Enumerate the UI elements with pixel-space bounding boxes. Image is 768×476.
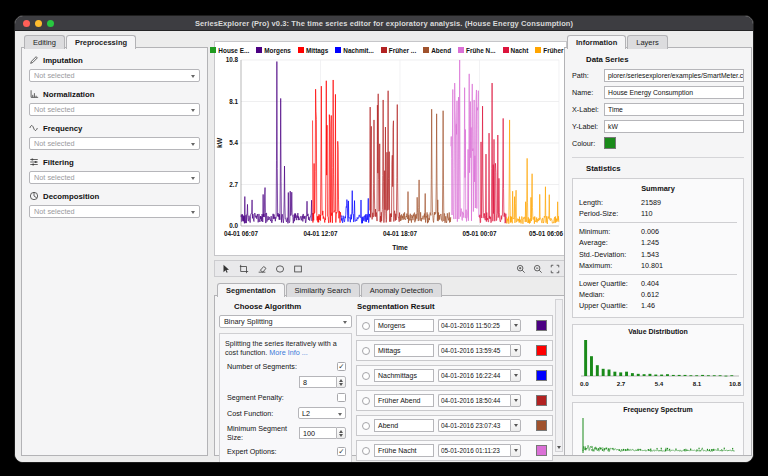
tab-segmentation[interactable]: Segmentation [217, 283, 285, 297]
segment-radio[interactable] [362, 322, 370, 330]
section-imputation: ImputationNot selected [29, 55, 200, 82]
normalization-select[interactable]: Not selected [29, 103, 200, 116]
chart-panel: House E...MorgensMittagsNachmit...Früher… [214, 41, 567, 256]
summary-label: Length: [579, 197, 641, 208]
svg-text:04-01 06:07: 04-01 06:07 [224, 230, 258, 237]
stepper-buttons[interactable] [336, 427, 346, 439]
segment-penalty-checkbox[interactable] [337, 393, 346, 402]
legend-item[interactable]: Nachmit... [335, 47, 374, 54]
maximize-button[interactable] [47, 20, 54, 27]
segment-time-combo[interactable]: 04-01-2016 13:59:45 [438, 344, 521, 357]
algorithm-select[interactable]: Binary Splitting [219, 315, 352, 328]
segment-name-input[interactable]: Nachmittags [374, 369, 434, 382]
stepper-buttons[interactable] [336, 376, 346, 388]
legend-item[interactable]: House E... [210, 47, 249, 54]
more-info-link[interactable]: More Info ... [269, 348, 307, 357]
svg-text:8.1: 8.1 [229, 98, 238, 105]
combo-arrow-icon[interactable] [510, 394, 521, 407]
combo-arrow-icon[interactable] [510, 419, 521, 432]
summary-label: Std.-Deviation: [579, 249, 641, 260]
tab-layers[interactable]: Layers [627, 35, 668, 49]
minimize-button[interactable] [35, 20, 42, 27]
segment-color-swatch[interactable] [536, 320, 547, 331]
filtering-select[interactable]: Not selected [29, 171, 200, 184]
legend-item[interactable]: Mittags [298, 47, 328, 54]
tab-preprocessing[interactable]: Preprocessing [66, 35, 136, 49]
ellipse-select-icon[interactable] [274, 263, 286, 275]
tab-information[interactable]: Information [567, 35, 626, 49]
pointer-icon[interactable] [220, 263, 232, 275]
field-input[interactable]: plorer/seriesexplorer/examples/SmartMete… [604, 69, 744, 82]
segment-radio[interactable] [362, 422, 370, 430]
legend-item[interactable]: Morgens [256, 47, 291, 54]
tab-editing[interactable]: Editing [24, 35, 65, 49]
combo-arrow-icon[interactable] [510, 319, 521, 332]
segment-name-input[interactable]: Mittags [374, 344, 434, 357]
combo-arrow-icon[interactable] [510, 444, 521, 457]
result-scrollbar[interactable] [555, 299, 563, 452]
summary-row: Median:0.612 [579, 289, 737, 300]
segment-name-input[interactable]: Früher Abend [374, 394, 434, 407]
algorithm-description: Splitting the series iteratively with a … [225, 339, 346, 357]
segment-time-combo[interactable]: 04-01-2016 18:50:44 [438, 394, 521, 407]
segment-color-swatch[interactable] [536, 445, 547, 456]
segment-color-swatch[interactable] [536, 420, 547, 431]
segment-name-input[interactable]: Morgens [374, 319, 434, 332]
sliders-icon [29, 157, 39, 167]
scroll-down-button[interactable] [556, 443, 562, 451]
segment-name-input[interactable]: Abend [374, 419, 434, 432]
segment-time-combo[interactable]: 04-01-2016 16:22:44 [438, 369, 521, 382]
legend-item[interactable]: Abend [423, 47, 451, 54]
preprocessing-panel: ImputationNot selectedNormalizationNot s… [21, 47, 208, 456]
frequency-select[interactable]: Not selected [29, 137, 200, 150]
section-normalization: NormalizationNot selected [29, 89, 200, 116]
field-input[interactable]: kW [604, 120, 744, 133]
result-row: Frühe Nacht05-01-2016 01:11:23 [356, 440, 553, 461]
zoom-in-icon[interactable] [515, 263, 527, 275]
legend-item[interactable]: Frühe N... [458, 47, 495, 54]
rect-select-icon[interactable] [292, 263, 304, 275]
data-series-icon [572, 54, 582, 64]
summary-value: 10.801 [641, 260, 663, 271]
segment-color-swatch[interactable] [536, 395, 547, 406]
close-button[interactable] [23, 20, 30, 27]
crop-icon[interactable] [238, 263, 250, 275]
series-colour-swatch[interactable] [604, 137, 616, 149]
pencil-icon [29, 55, 39, 65]
field-input[interactable]: Time [604, 103, 744, 116]
fit-view-icon[interactable] [549, 263, 561, 275]
number-of-segments-checkbox[interactable]: ✓ [337, 362, 346, 371]
number-of-segments-stepper[interactable]: 8 [299, 376, 346, 388]
summary-row: Maximum:10.801 [579, 260, 737, 271]
legend-item[interactable]: Nacht [503, 47, 529, 54]
legend-item[interactable]: Früher ... [381, 47, 416, 54]
summary-row: Lower Quartile:0.404 [579, 278, 737, 289]
segment-color-swatch[interactable] [536, 370, 547, 381]
segment-name-input[interactable]: Frühe Nacht [374, 444, 434, 457]
segment-radio[interactable] [362, 347, 370, 355]
time-series-chart[interactable]: 0.02.75.48.110.8kW04-01 06:0704-01 12:07… [215, 55, 566, 253]
axis-icon [29, 89, 39, 99]
data-series-field: Name:House Energy Consumption [572, 86, 744, 99]
zoom-out-icon[interactable] [532, 263, 544, 275]
summary-label: Lower Quartile: [579, 278, 641, 289]
eraser-icon[interactable] [256, 263, 268, 275]
segment-radio[interactable] [362, 372, 370, 380]
decomposition-select[interactable]: Not selected [29, 205, 200, 218]
combo-arrow-icon[interactable] [510, 344, 521, 357]
segment-time-combo[interactable]: 04-01-2016 23:07:43 [438, 419, 521, 432]
tab-similarity-search[interactable]: Similarity Search [286, 283, 360, 297]
segment-radio[interactable] [362, 397, 370, 405]
expert-options-checkbox[interactable]: ✓ [337, 447, 346, 456]
minimum-segment-size-stepper[interactable]: 100 [299, 427, 346, 439]
imputation-select[interactable]: Not selected [29, 69, 200, 82]
cost-function-select[interactable]: L2 [298, 407, 346, 419]
summary-row: Average:1.245 [579, 237, 737, 248]
field-input[interactable]: House Energy Consumption [604, 86, 744, 99]
segment-radio[interactable] [362, 447, 370, 455]
segment-time-combo[interactable]: 05-01-2016 01:11:23 [438, 444, 521, 457]
segment-color-swatch[interactable] [536, 345, 547, 356]
combo-arrow-icon[interactable] [510, 369, 521, 382]
tab-anomaly-detection[interactable]: Anomaly Detection [361, 283, 442, 297]
segment-time-combo[interactable]: 04-01-2016 11:50:25 [438, 319, 521, 332]
